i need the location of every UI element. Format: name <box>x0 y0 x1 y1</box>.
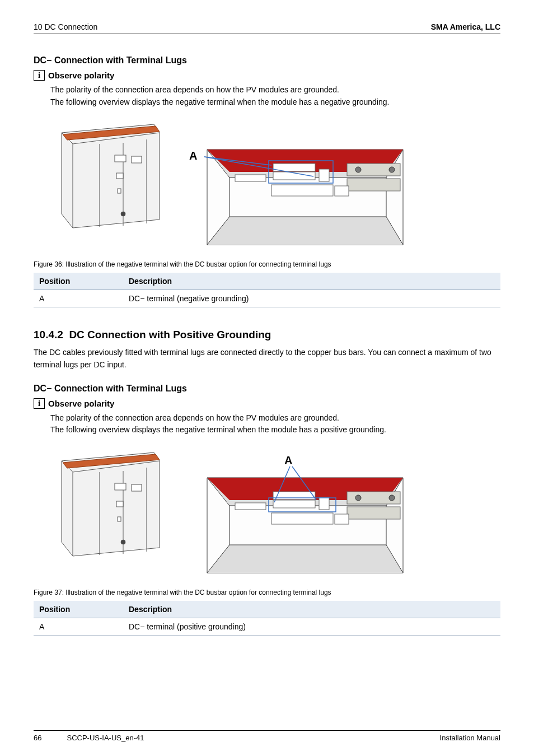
diagram-2 <box>50 444 409 583</box>
th-description-1: Description <box>123 273 500 290</box>
table-row: A DC− terminal (positive grounding) <box>34 618 500 636</box>
cell-desc: DC− terminal (positive grounding) <box>123 618 500 636</box>
info-icon: i <box>34 398 45 409</box>
svg-rect-23 <box>273 492 315 500</box>
svg-rect-19 <box>132 484 142 491</box>
table-row: A DC− terminal (negative grounding) <box>34 290 500 307</box>
svg-rect-27 <box>347 507 400 519</box>
cell-desc: DC− terminal (negative grounding) <box>123 290 500 307</box>
callout-A-1: A <box>189 150 197 162</box>
info-icon: i <box>34 70 45 81</box>
page-header: 10 DC Connection SMA America, LLC <box>34 22 500 34</box>
svg-rect-25 <box>319 497 329 510</box>
svg-rect-3 <box>118 189 121 193</box>
th-position-1: Position <box>34 273 123 290</box>
info-text-1b: The following overview displays the nega… <box>50 96 500 109</box>
section-heading-1042: 10.4.2 DC Connection with Positive Groun… <box>34 329 500 341</box>
svg-rect-0 <box>115 155 126 162</box>
th-position-2: Position <box>34 601 123 618</box>
svg-point-28 <box>355 495 361 501</box>
svg-rect-7 <box>319 169 329 181</box>
page-number: 66 <box>34 734 41 742</box>
info-block-2: i Observe polarity The polarity of the c… <box>34 398 500 436</box>
svg-point-29 <box>389 495 395 501</box>
sub-heading-1: DC− Connection with Terminal Lugs <box>34 55 500 66</box>
info-text-2b: The following overview displays the nega… <box>50 424 500 436</box>
svg-rect-1 <box>132 156 142 163</box>
svg-rect-14 <box>335 186 349 196</box>
info-text-2a: The polarity of the connection area depe… <box>50 412 500 424</box>
svg-point-11 <box>389 167 395 172</box>
svg-rect-21 <box>118 517 121 521</box>
info-text-1a: The polarity of the connection area depe… <box>50 84 500 96</box>
info-title-2: Observe polarity <box>48 399 114 408</box>
svg-rect-13 <box>271 185 333 196</box>
header-chapter: 10 DC Connection <box>34 22 97 31</box>
section-2-para: The DC cables previously fitted with ter… <box>34 347 500 371</box>
svg-rect-32 <box>335 514 349 524</box>
svg-rect-9 <box>347 179 400 191</box>
info-title-1: Observe polarity <box>48 71 114 80</box>
th-description-2: Description <box>123 601 500 618</box>
diagram-1 <box>50 116 409 255</box>
svg-rect-24 <box>273 500 315 508</box>
header-company: SMA America, LLC <box>431 22 500 31</box>
svg-rect-30 <box>235 503 266 510</box>
info-block-1: i Observe polarity The polarity of the c… <box>34 70 500 108</box>
svg-rect-12 <box>235 175 266 181</box>
svg-point-10 <box>355 167 361 172</box>
table-2: Position Description A DC− terminal (pos… <box>34 601 500 636</box>
svg-point-4 <box>121 212 125 216</box>
figure-36-caption: Figure 36: Illustration of the negative … <box>34 260 500 268</box>
svg-rect-18 <box>115 483 126 490</box>
section-title: DC Connection with Positive Grounding <box>69 329 271 340</box>
page-footer: 66 SCCP-US-IA-US_en-41 Installation Manu… <box>34 730 500 742</box>
svg-rect-31 <box>271 513 333 524</box>
figure-36: A <box>50 116 409 255</box>
cell-pos: A <box>34 290 123 307</box>
footer-right: Installation Manual <box>440 734 500 742</box>
table-1: Position Description A DC− terminal (neg… <box>34 273 500 307</box>
svg-point-22 <box>121 540 125 544</box>
svg-rect-20 <box>116 501 123 507</box>
figure-37-caption: Figure 37: Illustration of the negative … <box>34 589 500 596</box>
sub-heading-2: DC− Connection with Terminal Lugs <box>34 384 500 394</box>
cell-pos: A <box>34 618 123 636</box>
callout-A-2: A <box>284 454 292 467</box>
svg-rect-2 <box>116 173 123 179</box>
section-number: 10.4.2 <box>34 329 63 340</box>
figure-37: A <box>50 444 409 583</box>
doc-id: SCCP-US-IA-US_en-41 <box>67 734 144 742</box>
